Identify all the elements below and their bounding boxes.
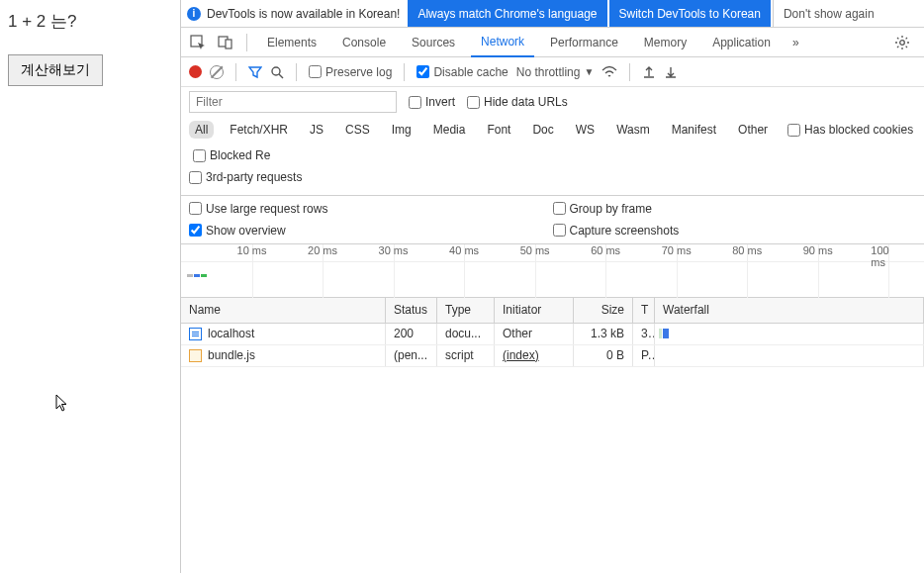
tab-performance[interactable]: Performance — [540, 28, 628, 57]
svg-line-5 — [279, 74, 283, 78]
hide-data-urls-checkbox[interactable]: Hide data URLs — [467, 95, 568, 109]
request-time: P.. — [633, 345, 655, 366]
inspect-icon[interactable] — [187, 32, 209, 53]
request-row[interactable]: bundle.js(pen...script(index)0 BP.. — [181, 345, 924, 367]
group-by-frame-checkbox[interactable]: Group by frame — [553, 202, 917, 216]
preserve-log-label: Preserve log — [325, 65, 392, 79]
separator — [296, 63, 297, 81]
timeline-tick-label: 70 ms — [662, 244, 692, 256]
pill-fetch-xhr[interactable]: Fetch/XHR — [224, 121, 294, 139]
pill-all[interactable]: All — [189, 121, 214, 139]
header-name[interactable]: Name — [181, 298, 386, 323]
switch-korean-button[interactable]: Switch DevTools to Korean — [609, 0, 771, 28]
header-initiator[interactable]: Initiator — [495, 298, 574, 323]
header-size[interactable]: Size — [574, 298, 633, 323]
dont-show-again-button[interactable]: Don't show again — [773, 0, 884, 28]
language-banner: i DevTools is now available in Korean! A… — [181, 0, 924, 28]
request-waterfall — [655, 324, 924, 344]
timeline-tick-label: 30 ms — [379, 244, 409, 256]
request-initiator: (index) — [495, 345, 574, 366]
third-party-checkbox[interactable]: 3rd-party requests — [189, 170, 302, 184]
capture-screenshots-checkbox[interactable]: Capture screenshots — [553, 224, 917, 238]
svg-point-3 — [900, 40, 905, 45]
record-button[interactable] — [189, 65, 202, 78]
request-time: 3.. — [633, 324, 655, 344]
tab-application[interactable]: Application — [702, 28, 781, 57]
request-waterfall — [655, 345, 924, 366]
blocked-requests-label: Blocked Re — [210, 148, 270, 162]
capture-screenshots-label: Capture screenshots — [570, 224, 680, 238]
timeline-tick-label: 100 ms — [871, 244, 906, 268]
request-name: localhost — [208, 327, 254, 340]
throttling-select[interactable]: No throttling▼ — [516, 65, 595, 79]
pill-manifest[interactable]: Manifest — [666, 121, 722, 139]
disable-cache-label: Disable cache — [433, 65, 508, 79]
disable-cache-checkbox[interactable]: Disable cache — [416, 65, 508, 79]
invert-checkbox[interactable]: Invert — [409, 95, 455, 109]
blocked-cookies-checkbox[interactable]: Has blocked cookies — [787, 123, 913, 137]
request-initiator: Other — [495, 324, 574, 344]
request-status: 200 — [386, 324, 437, 344]
always-match-button[interactable]: Always match Chrome's language — [408, 0, 606, 28]
pill-media[interactable]: Media — [427, 121, 472, 139]
request-name: bundle.js — [208, 348, 255, 362]
devtools-tabbar: Elements Console Sources Network Perform… — [181, 28, 924, 57]
type-filter-row: All Fetch/XHR JS CSS Img Media Font Doc … — [181, 117, 924, 166]
large-rows-checkbox[interactable]: Use large request rows — [189, 202, 553, 216]
calculate-button[interactable]: 계산해보기 — [8, 54, 103, 86]
request-status: (pen... — [386, 345, 437, 366]
tab-sources[interactable]: Sources — [402, 28, 465, 57]
group-by-frame-label: Group by frame — [570, 202, 652, 216]
filter-input[interactable] — [189, 91, 397, 113]
initiator-link[interactable]: (index) — [503, 348, 539, 362]
network-conditions-icon[interactable] — [601, 65, 617, 79]
request-size: 0 B — [574, 345, 633, 366]
show-overview-label: Show overview — [206, 224, 286, 238]
header-waterfall[interactable]: Waterfall — [655, 298, 924, 323]
device-icon[interactable] — [215, 32, 236, 53]
export-har-icon[interactable] — [664, 65, 678, 79]
pill-css[interactable]: CSS — [339, 121, 376, 139]
blocked-cookies-label: Has blocked cookies — [804, 123, 913, 137]
filter-icon[interactable] — [248, 65, 262, 79]
separator — [404, 63, 405, 81]
search-icon[interactable] — [270, 65, 284, 79]
request-type: docu... — [437, 324, 495, 344]
throttling-label: No throttling — [516, 65, 581, 79]
blocked-requests-checkbox[interactable]: Blocked Re — [193, 148, 270, 162]
pill-doc[interactable]: Doc — [526, 121, 559, 139]
tab-console[interactable]: Console — [332, 28, 396, 57]
header-status[interactable]: Status — [386, 298, 437, 323]
separator — [629, 63, 630, 81]
tab-elements[interactable]: Elements — [257, 28, 326, 57]
info-icon: i — [187, 7, 201, 21]
overview-timeline[interactable]: 10 ms20 ms30 ms40 ms50 ms60 ms70 ms80 ms… — [181, 244, 924, 298]
show-overview-checkbox[interactable]: Show overview — [189, 224, 553, 238]
settings-icon[interactable] — [886, 35, 918, 50]
table-header-row: Name Status Type Initiator Size T Waterf… — [181, 298, 924, 324]
pill-img[interactable]: Img — [386, 121, 417, 139]
request-row[interactable]: localhost200docu...Other1.3 kB3.. — [181, 324, 924, 345]
clear-button[interactable] — [210, 65, 224, 79]
import-har-icon[interactable] — [642, 65, 656, 79]
header-type[interactable]: Type — [437, 298, 495, 323]
js-file-icon — [189, 349, 202, 362]
tab-memory[interactable]: Memory — [634, 28, 696, 57]
header-time[interactable]: T — [633, 298, 655, 323]
pill-ws[interactable]: WS — [570, 121, 601, 139]
pill-other[interactable]: Other — [732, 121, 774, 139]
separator — [246, 34, 247, 51]
display-options: Use large request rows Show overview Gro… — [181, 196, 924, 244]
pill-js[interactable]: JS — [304, 121, 329, 139]
preserve-log-checkbox[interactable]: Preserve log — [309, 65, 392, 79]
cursor-icon — [55, 394, 71, 414]
request-type: script — [437, 345, 495, 366]
pill-wasm[interactable]: Wasm — [610, 121, 656, 139]
pill-font[interactable]: Font — [481, 121, 516, 139]
timeline-tick-label: 10 ms — [237, 244, 267, 256]
svg-rect-2 — [226, 40, 231, 48]
more-tabs-icon[interactable]: » — [786, 36, 805, 49]
question-text: 1 + 2 는? — [8, 10, 172, 33]
svg-point-4 — [272, 67, 280, 75]
tab-network[interactable]: Network — [471, 28, 534, 57]
